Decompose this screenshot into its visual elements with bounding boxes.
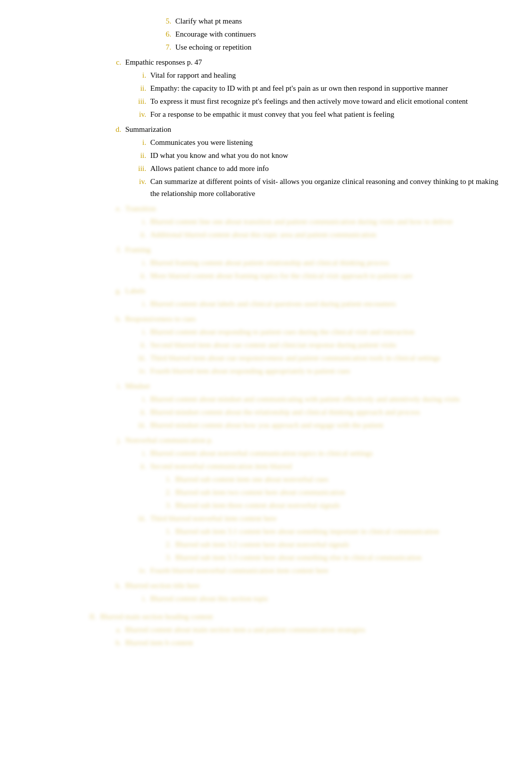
list-item: 2. Blurred sub item two content here abo… [145, 486, 502, 498]
item-label: 6. [145, 28, 175, 40]
item-label: b. [95, 637, 125, 649]
section-title: Responsiveness to cues [125, 313, 502, 325]
item-label: 2. [145, 538, 175, 550]
item-content: Blurred sub content item one about nonve… [175, 473, 502, 485]
list-item: iii. Third blurred item about cue respon… [120, 352, 502, 364]
item-label: ii. [120, 82, 150, 94]
item-content: More blurred content about framing topic… [150, 270, 502, 282]
item-label: iii. [120, 512, 150, 524]
item-content: Blurred mindset content about the relati… [150, 406, 502, 418]
item-label: 2. [145, 486, 175, 498]
item-content: Blurred content about this section topic [150, 593, 502, 605]
section-title: Labels [125, 285, 502, 297]
item-label: i. [120, 326, 150, 338]
section-label: g. [95, 285, 125, 297]
item-label: i. [120, 447, 150, 459]
item-content: Encourage with continuers [175, 28, 502, 40]
section-f-header: f. Framing [95, 244, 502, 256]
item-content: Can summarize at different points of vis… [150, 175, 502, 200]
list-item: b. Blurred item b content [95, 637, 502, 649]
list-item: ii. Empathy: the capacity to ID with pt … [120, 82, 502, 94]
section-e-header: e. Transition [95, 203, 502, 215]
section-label: k. [95, 579, 125, 592]
list-item: iii. To express it must first recognize … [120, 95, 502, 107]
item-content: Fourth blurred nonverbal communication i… [150, 564, 502, 576]
list-item: 1. Blurred sub item 3.1 content here abo… [145, 525, 502, 537]
list-item: ii. Second blurred item about cue conten… [120, 339, 502, 351]
section-d-header: d. Summarization [95, 123, 502, 135]
item-label: 5. [145, 15, 175, 27]
list-item: iii. Blurred mindset content about how y… [120, 419, 502, 431]
list-item: 1. Blurred sub content item one about no… [145, 473, 502, 485]
item-label: ii. [120, 229, 150, 241]
section-title: Empathic responses p. 47 [125, 56, 502, 68]
item-content: ID what you know and what you do not kno… [150, 149, 502, 161]
section-j-header: j. Nonverbal communication p. [95, 434, 502, 446]
section-label: h. [95, 313, 125, 325]
item-label: iii. [120, 162, 150, 174]
item-label: i. [120, 298, 150, 310]
item-content: Second nonverbal communication item blur… [150, 460, 502, 472]
section-g-header: g. Labels [95, 285, 502, 297]
list-item: i. Blurred content about responding to p… [120, 326, 502, 338]
item-label: iii. [120, 419, 150, 431]
item-label: iv. [120, 365, 150, 377]
item-label: ii. [120, 270, 150, 282]
list-item: i. Vital for rapport and healing [120, 69, 502, 81]
section-c-header: c. Empathic responses p. 47 [95, 56, 502, 68]
item-label: 1. [145, 473, 175, 485]
section-title: Framing [125, 244, 502, 256]
item-label: a. [95, 624, 125, 636]
item-content: Communicates you were listening [150, 136, 502, 148]
item-content: Fourth blurred item about responding app… [150, 365, 502, 377]
item-content: Blurred framing content about patient re… [150, 257, 502, 269]
section-label: c. [95, 56, 125, 68]
item-label: ii. [120, 406, 150, 418]
list-item: i. Blurred content line one about transi… [120, 216, 502, 228]
item-label: 3. [145, 551, 175, 563]
list-item: i. Communicates you were listening [120, 136, 502, 148]
item-content: Blurred mindset content about how you ap… [150, 419, 502, 431]
section-h-header: h. Responsiveness to cues [95, 313, 502, 325]
list-item: ii. Second nonverbal communication item … [120, 460, 502, 472]
item-content: For a response to be empathic it must co… [150, 108, 502, 120]
item-content: Blurred sub item three content about non… [175, 499, 502, 511]
list-item: i. Blurred framing content about patient… [120, 257, 502, 269]
item-label: iv. [120, 108, 150, 120]
outline-container: 5. Clarify what pt means 6. Encourage wi… [30, 15, 502, 649]
section-title: Blurred section title here [125, 579, 502, 592]
section-i-header: i. Mindset [95, 380, 502, 392]
item-label: iii. [120, 95, 150, 107]
item-content: Blurred item b content [125, 637, 502, 649]
section-label: d. [95, 123, 125, 135]
item-label: iv. [120, 175, 150, 200]
item-label: ii. [120, 149, 150, 161]
item-content: Empathy: the capacity to ID with pt and … [150, 82, 502, 94]
list-item: i. Blurred content about this section to… [120, 593, 502, 605]
item-content: Clarify what pt means [175, 15, 502, 27]
item-label: i. [120, 393, 150, 405]
item-content: Use echoing or repetition [175, 41, 502, 53]
section-ii-header: II. Blurred main section heading content [70, 611, 502, 623]
list-item: 3. Blurred sub item three content about … [145, 499, 502, 511]
section-title: Mindset [125, 380, 502, 392]
list-item: 5. Clarify what pt means [145, 15, 502, 27]
list-item: i. Blurred content about mindset and com… [120, 393, 502, 405]
item-content: Blurred content about nonverbal communic… [150, 447, 502, 459]
section-label: f. [95, 244, 125, 256]
section-title: Summarization [125, 123, 502, 135]
item-label: ii. [120, 460, 150, 472]
section-label: j. [95, 434, 125, 446]
section-label: e. [95, 203, 125, 215]
item-content: Blurred content line one about transitio… [150, 216, 502, 228]
item-content: Blurred sub item 3.2 content here about … [175, 538, 502, 550]
section-title: Transition [125, 203, 502, 215]
item-label: iii. [120, 352, 150, 364]
list-item: 2. Blurred sub item 3.2 content here abo… [145, 538, 502, 550]
item-content: Blurred content about labels and clinica… [150, 298, 502, 310]
item-content: To express it must first recognize pt's … [150, 95, 502, 107]
item-content: Second blurred item about cue content an… [150, 339, 502, 351]
item-label: i. [120, 216, 150, 228]
list-item: iv. Can summarize at different points of… [120, 175, 502, 200]
item-content: Blurred sub item 3.1 content here about … [175, 525, 502, 537]
